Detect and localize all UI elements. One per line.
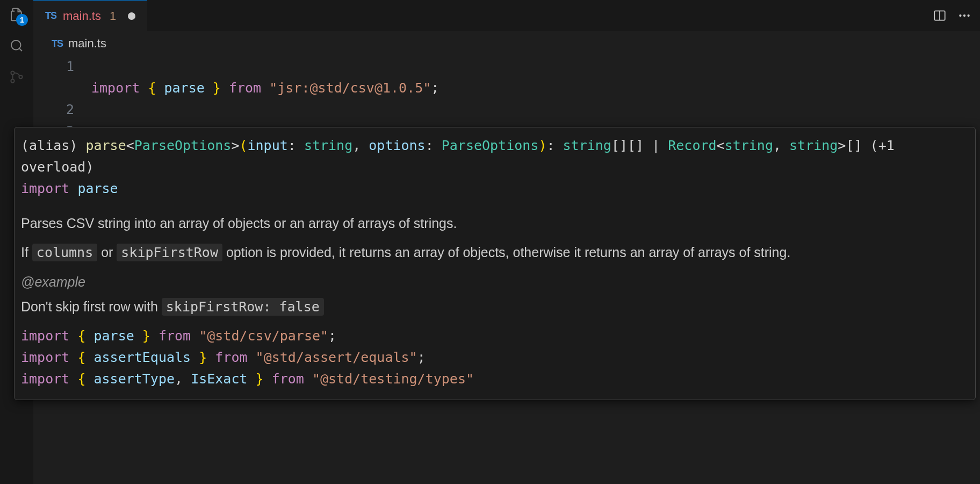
line-number: 2 <box>52 99 91 120</box>
svg-point-3 <box>19 75 22 79</box>
tab-name: main.ts <box>63 9 101 23</box>
hover-description: Parses CSV string into an array of objec… <box>21 212 969 318</box>
hover-tooltip: (alias) parse<ParseOptions>(input: strin… <box>14 127 976 400</box>
tab-modified-count: 1 <box>110 9 116 23</box>
line-number: 1 <box>52 56 91 99</box>
import-line: import parse <box>21 178 969 200</box>
svg-point-6 <box>963 15 965 17</box>
typescript-icon: TS <box>52 38 63 49</box>
typescript-icon: TS <box>45 10 56 22</box>
breadcrumb[interactable]: TS main.ts <box>33 31 980 56</box>
source-control-icon[interactable] <box>9 69 25 85</box>
code-line: 1 import { parse } from "jsr:@std/csv@1.… <box>52 56 980 99</box>
example-tag: @example <box>21 274 85 289</box>
example-code: import { parse } from "@std/csv/parse"; <box>21 325 969 347</box>
svg-point-5 <box>959 15 961 17</box>
signature-line: (alias) parse<ParseOptions>(input: strin… <box>21 135 969 178</box>
split-editor-icon[interactable] <box>933 9 947 23</box>
svg-point-0 <box>11 40 21 50</box>
explorer-badge: 1 <box>16 14 28 26</box>
svg-point-2 <box>11 79 14 82</box>
dirty-indicator-icon <box>128 12 135 20</box>
example-code: import { assertType, IsExact } from "@st… <box>21 368 969 390</box>
example-code: import { assertEquals } from "@std/asser… <box>21 347 969 368</box>
breadcrumb-file: main.ts <box>68 37 106 51</box>
tab-actions <box>933 0 980 31</box>
code-line: 2 <box>52 99 980 120</box>
explorer-icon[interactable]: 1 <box>9 6 25 23</box>
tab-bar: TS main.ts 1 <box>33 0 980 31</box>
svg-point-1 <box>11 71 14 74</box>
more-actions-icon[interactable] <box>957 9 971 23</box>
search-icon[interactable] <box>9 38 25 54</box>
svg-point-7 <box>967 15 969 17</box>
tab-main-ts[interactable]: TS main.ts 1 <box>33 0 147 31</box>
